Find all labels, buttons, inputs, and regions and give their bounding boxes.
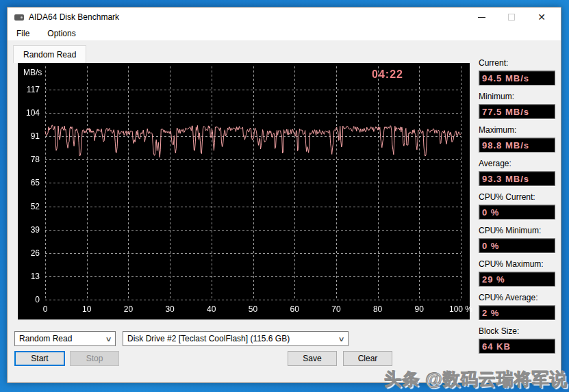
stat-current: Current: 94.5 MB/s [479, 58, 555, 86]
y-tick-label: 117 [18, 85, 40, 94]
stat-cpu-minimum: CPU% Minimum: 0 % [479, 226, 555, 253]
stat-label: Current: [479, 58, 555, 68]
elapsed-time: 04:22 [364, 68, 412, 81]
stat-label: CPU% Minimum: [479, 226, 555, 235]
stat-label: Average: [479, 159, 555, 168]
y-tick-label: 78 [18, 155, 40, 164]
x-tick-label: 0 [28, 304, 62, 314]
stat-average: Average: 93.3 MB/s [479, 159, 555, 186]
x-tick-label: 60 [277, 304, 312, 314]
close-icon: ✕ [538, 12, 546, 22]
benchmark-chart: MB/s 117104917865523926130 0102030405060… [18, 63, 470, 319]
disk-drive-icon [14, 14, 24, 21]
drive-select[interactable]: Disk Drive #2 [Teclast CoolFlash] (115.6… [123, 331, 349, 346]
stat-value: 0 % [479, 205, 555, 220]
x-tick-label: 70 [319, 304, 353, 314]
minimize-icon [478, 17, 485, 18]
drive-select-value: Disk Drive #2 [Teclast CoolFlash] (115.6… [127, 334, 290, 343]
stat-value: 0 % [479, 238, 555, 253]
stat-value: 98.8 MB/s [479, 138, 555, 153]
window-title: AIDA64 Disk Benchmark [29, 12, 119, 22]
stat-label: CPU% Current: [479, 192, 555, 202]
y-tick-label: 13 [18, 272, 40, 281]
stat-maximum: Maximum: 98.8 MB/s [479, 125, 555, 153]
stat-value: 94.5 MB/s [479, 70, 555, 86]
stat-value: 77.5 MB/s [479, 104, 555, 119]
save-button[interactable]: Save [288, 351, 337, 366]
stat-value: 29 % [479, 272, 555, 287]
stat-minimum: Minimum: 77.5 MB/s [479, 92, 555, 119]
y-tick-label: 65 [18, 178, 40, 187]
y-tick-label: 39 [18, 225, 40, 235]
x-tick-label: 50 [236, 304, 270, 314]
y-tick-label: 0 [18, 295, 40, 304]
x-tick-label: 90 [402, 304, 436, 314]
stat-value: 64 KB [479, 339, 555, 354]
chevron-down-icon: ∨ [105, 335, 112, 343]
minimize-button[interactable] [466, 8, 496, 27]
x-tick-label: 30 [153, 304, 187, 314]
stat-label: CPU% Average: [479, 293, 555, 302]
x-tick-label: 10 [70, 304, 104, 314]
start-button[interactable]: Start [14, 351, 65, 366]
stat-value: 2 % [479, 305, 555, 320]
stat-cpu-maximum: CPU% Maximum: 29 % [479, 259, 555, 287]
menu-bar: File Options [8, 27, 561, 40]
menu-file[interactable]: File [14, 27, 31, 40]
x-tick-label: 20 [111, 304, 145, 314]
x-tick-label: 80 [361, 304, 395, 314]
stat-cpu-average: CPU% Average: 2 % [479, 293, 555, 320]
stat-value: 93.3 MB/s [479, 171, 555, 186]
stat-label: Block Size: [479, 326, 555, 336]
clear-button[interactable]: Clear [343, 351, 392, 366]
y-tick-label: 91 [18, 131, 40, 141]
watermark: 头条 @数码云瑞将军说 [385, 368, 568, 391]
app-window: AIDA64 Disk Benchmark ✕ File Options Ran… [7, 7, 561, 383]
title-bar: AIDA64 Disk Benchmark ✕ [8, 8, 561, 27]
stat-block-size: Block Size: 64 KB [479, 326, 555, 354]
benchmark-type-select[interactable]: Random Read ∨ [14, 331, 116, 346]
maximize-button [496, 8, 527, 27]
close-button[interactable]: ✕ [527, 8, 557, 27]
y-tick-label: 52 [18, 202, 40, 211]
chart-canvas [18, 63, 470, 319]
y-axis-unit-label: MB/s [23, 68, 42, 77]
stop-button: Stop [70, 351, 119, 366]
x-tick-label: 100 % [444, 304, 478, 314]
stats-panel: Current: 94.5 MB/s Minimum: 77.5 MB/s Ma… [479, 58, 555, 360]
y-tick-label: 26 [18, 248, 40, 258]
maximize-icon [508, 14, 515, 21]
stat-label: Maximum: [479, 125, 555, 135]
y-tick-label: 104 [18, 108, 40, 118]
stat-label: Minimum: [479, 92, 555, 101]
tab-random-read[interactable]: Random Read [13, 45, 86, 63]
menu-options[interactable]: Options [45, 27, 77, 40]
x-tick-label: 40 [194, 304, 229, 314]
chevron-down-icon: ∨ [338, 335, 344, 343]
benchmark-type-value: Random Read [19, 334, 72, 343]
stat-label: CPU% Maximum: [479, 259, 555, 269]
stat-cpu-current: CPU% Current: 0 % [479, 192, 555, 220]
window-controls: ✕ [466, 8, 557, 27]
